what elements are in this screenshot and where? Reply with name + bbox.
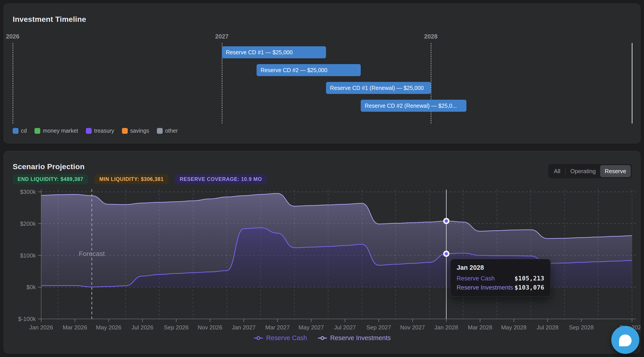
tooltip-row-reserve-cash: Reserve Cash $105,213 xyxy=(457,275,544,282)
x-tick-label: Mar 2027 xyxy=(265,324,290,331)
x-tick-label: May 2027 xyxy=(299,324,324,331)
forecast-label: Forecast xyxy=(79,250,105,257)
legend-label: treasury xyxy=(94,128,114,134)
x-tick-label: Nov 2027 xyxy=(400,324,425,331)
chart-tooltip: Jan 2028 Reserve Cash $105,213 Reserve I… xyxy=(450,259,551,297)
x-tick-label: Sep 2026 xyxy=(164,324,188,331)
timeline-title: Investment Timeline xyxy=(13,15,86,24)
gantt-bar-reserve-cd-1[interactable]: Reserve CD #1 — $25,000 xyxy=(222,46,326,58)
x-tick-label: Jul 2028 xyxy=(537,324,558,331)
legend-item-reserve-cash[interactable]: Reserve Cash xyxy=(253,334,307,342)
x-tick-label: Jul 2026 xyxy=(132,324,153,331)
gantt-bar-reserve-cd-2[interactable]: Reserve CD #2 — $25,000 xyxy=(256,64,361,76)
x-tick-label: Nov 2026 xyxy=(198,324,222,331)
legend-item-treasury[interactable]: treasury xyxy=(86,128,114,134)
toggle-divider xyxy=(565,167,566,175)
legend-item-money-market[interactable]: money market xyxy=(34,128,78,134)
legend-label: money market xyxy=(43,128,78,134)
y-tick-label: $200k xyxy=(20,220,36,227)
x-tick-label: Jan 2027 xyxy=(232,324,256,331)
year-label-2027: 2027 xyxy=(215,33,228,40)
toggle-option-operating[interactable]: Operating xyxy=(566,165,600,177)
reserve-coverage-badge: RESERVE COVERAGE: 10.9 MO xyxy=(175,174,267,184)
legend-item-savings[interactable]: savings xyxy=(122,128,149,134)
tooltip-series-value: $105,213 xyxy=(514,275,544,282)
x-tick-label: May 2028 xyxy=(501,324,526,331)
hover-marker xyxy=(444,219,448,222)
min-liquidity-badge: MIN LIQUIDITY: $306,381 xyxy=(94,174,168,184)
x-tick-label: Jul 2027 xyxy=(334,324,356,331)
tooltip-row-reserve-investments: Reserve Investments $103,076 xyxy=(457,284,544,291)
savings-swatch-icon xyxy=(122,128,128,134)
year-label-2028: 2028 xyxy=(424,33,438,40)
x-tick-label: Mar 2026 xyxy=(63,324,87,331)
toggle-option-all[interactable]: All xyxy=(550,165,565,177)
y-tick-label: $-100k xyxy=(18,316,36,322)
timeline-legend: cd money market treasury savings other xyxy=(13,128,178,134)
legend-label: cd xyxy=(21,128,27,134)
end-liquidity-badge: END LIQUIDITY: $489,387 xyxy=(13,174,88,184)
y-tick-label: $0k xyxy=(26,284,36,290)
scenario-badges: END LIQUIDITY: $489,387 MIN LIQUIDITY: $… xyxy=(13,174,267,184)
treasury-swatch-icon xyxy=(86,128,92,134)
tooltip-series-value: $103,076 xyxy=(514,284,544,291)
legend-item-cd[interactable]: cd xyxy=(13,128,27,134)
line-marker-icon xyxy=(253,336,264,340)
money-market-swatch-icon xyxy=(34,128,40,134)
x-tick-label: Sep 2027 xyxy=(366,324,391,331)
x-tick-label: Mar 2028 xyxy=(468,324,492,331)
scenario-title: Scenario Projection xyxy=(13,162,84,171)
year-gridline-2026 xyxy=(13,43,13,124)
x-tick-label: May 2026 xyxy=(96,324,121,331)
x-tick-label: Jan 2028 xyxy=(434,324,458,331)
y-tick-label: $100k xyxy=(20,252,36,259)
tooltip-title: Jan 2028 xyxy=(457,264,544,271)
toggle-option-reserve[interactable]: Reserve xyxy=(600,165,631,177)
tooltip-series-label: Reserve Investments xyxy=(457,284,513,291)
chat-bubble-icon xyxy=(619,334,632,346)
legend-label: other xyxy=(165,128,178,134)
legend-label: Reserve Cash xyxy=(266,334,307,342)
year-label-2026: 2026 xyxy=(6,33,19,40)
cd-swatch-icon xyxy=(13,128,18,134)
y-tick-label: $300k xyxy=(20,188,36,195)
gantt-bar-reserve-cd-1-renewal[interactable]: Reserve CD #1 (Renewal) — $25,000 xyxy=(326,82,431,94)
x-tick-label: Sep 2028 xyxy=(569,324,594,331)
other-swatch-icon xyxy=(157,128,163,134)
line-marker-icon xyxy=(317,336,328,340)
chat-launcher-button[interactable] xyxy=(611,326,639,354)
timeline-end-line xyxy=(632,43,632,124)
legend-item-other[interactable]: other xyxy=(157,128,178,134)
investment-timeline-panel: Investment Timeline 2026 2027 2028 Reser… xyxy=(4,4,640,143)
account-view-toggle: All Operating Reserve xyxy=(548,164,632,178)
x-tick-label: Jan 2026 xyxy=(29,324,53,331)
scenario-legend: Reserve Cash Reserve Investments xyxy=(4,334,640,342)
legend-item-reserve-investments[interactable]: Reserve Investments xyxy=(317,334,391,342)
gantt-bar-reserve-cd-2-renewal[interactable]: Reserve CD #2 (Renewal) — $25,0... xyxy=(361,100,466,112)
hover-marker xyxy=(444,252,448,256)
legend-label: savings xyxy=(130,128,149,134)
tooltip-series-label: Reserve Cash xyxy=(457,275,495,282)
legend-label: Reserve Investments xyxy=(330,334,391,342)
